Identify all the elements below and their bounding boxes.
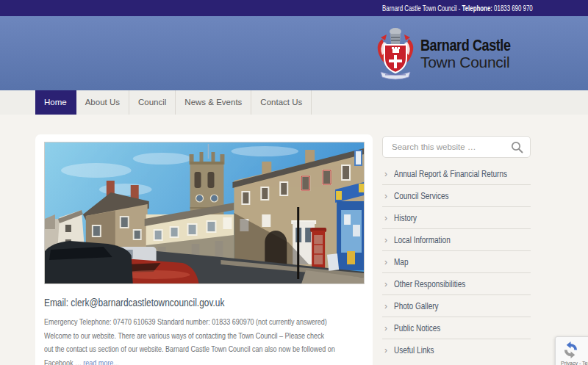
sidebar-menu-item[interactable]: › Council Services — [382, 185, 531, 207]
intro-line-text: Facebook … — [44, 358, 83, 365]
chevron-right-icon: › — [384, 324, 387, 333]
sidebar-menu-item[interactable]: › Photo Gallery — [382, 295, 531, 317]
recaptcha-privacy-terms: Privacy - Terms — [561, 361, 588, 365]
chevron-right-icon: › — [384, 170, 387, 178]
search-box — [382, 136, 531, 158]
sidebar-menu-item[interactable]: › Map — [382, 251, 531, 273]
street-photo-illustration — [45, 142, 364, 283]
intro-line: Emergency Telephone: 07470 610639 Standa… — [44, 315, 293, 329]
chevron-right-icon: › — [384, 258, 387, 267]
sidebar-item-label: Public Notices — [394, 323, 440, 333]
sidebar-menu-item[interactable]: › Local Information — [382, 229, 531, 251]
sidebar-item-label: Annual Report & Financial Returns — [394, 169, 507, 179]
intro-line: Facebook … read more... — [44, 356, 293, 365]
content-card: Email: clerk@barnardcastletowncouncil.go… — [35, 134, 373, 365]
chevron-right-icon: › — [384, 192, 387, 200]
sidebar-menu-item[interactable]: › Annual Report & Financial Returns — [382, 163, 531, 185]
site-title-line1: Barnard Castle — [420, 37, 511, 54]
email-heading: Email: clerk@barnardcastletowncouncil.go… — [44, 297, 316, 308]
nav-tab-label: About Us — [85, 98, 120, 106]
topbar-phone-label: Telephone: — [462, 4, 492, 12]
intro-line: out the contact us section of our websit… — [44, 342, 293, 356]
nav-tab[interactable]: Home — [35, 90, 76, 115]
site-header: Barnard Castle Town Council — [0, 16, 588, 90]
sidebar-menu-item[interactable]: › History — [382, 207, 531, 229]
coat-of-arms-logo — [375, 25, 416, 82]
chevron-right-icon: › — [384, 214, 387, 223]
sidebar-item-label: Photo Gallery — [394, 301, 439, 311]
sidebar-menu-item[interactable]: › Other Responsibilities — [382, 273, 531, 295]
site-title: Barnard Castle Town Council — [420, 37, 531, 71]
sidebar-menu-item[interactable]: › Public Notices — [382, 317, 531, 339]
topbar-text: Barnard Castle Town Council - Telephone:… — [382, 4, 533, 12]
chevron-right-icon: › — [384, 346, 387, 355]
nav-tab-label: Contact Us — [260, 98, 302, 106]
nav-tab-label: Council — [138, 98, 166, 106]
search-input[interactable] — [383, 137, 506, 157]
nav-tab[interactable]: About Us — [76, 90, 129, 115]
nav-tab[interactable]: Council — [129, 90, 176, 115]
topbar-phone-number: 01833 690 970 — [492, 4, 533, 12]
main-navigation: Home About Us Council News & Events Cont… — [0, 90, 588, 115]
sidebar-item-label: History — [394, 213, 417, 223]
sidebar-item-label: Map — [394, 257, 408, 267]
topbar: Barnard Castle Town Council - Telephone:… — [0, 0, 588, 16]
sidebar-menu: › Annual Report & Financial Returns › Co… — [382, 163, 531, 361]
nav-tab[interactable]: News & Events — [176, 90, 251, 115]
sidebar-item-label: Other Responsibilities — [394, 279, 465, 289]
nav-tab-label: Home — [44, 98, 67, 106]
sidebar-item-label: Useful Links — [394, 345, 434, 355]
recaptcha-badge[interactable]: Privacy - Terms — [555, 336, 588, 365]
street-photo — [44, 142, 365, 284]
sidebar-item-label: Council Services — [394, 191, 448, 201]
search-icon[interactable] — [511, 141, 523, 153]
chevron-right-icon: › — [384, 302, 387, 311]
site-brand[interactable]: Barnard Castle Town Council — [375, 25, 531, 82]
nav-tab-label: News & Events — [184, 98, 242, 106]
chevron-right-icon: › — [384, 280, 387, 289]
read-more-link[interactable]: read more... — [83, 358, 118, 365]
sidebar-item-label: Local Information — [394, 235, 451, 245]
topbar-site-name: Barnard Castle Town Council - — [382, 4, 462, 12]
site-title-line2: Town Council — [420, 54, 531, 71]
nav-tab[interactable]: Contact Us — [251, 90, 312, 115]
intro-line: Welcome to our website. There are variou… — [44, 329, 293, 343]
intro-paragraph: Emergency Telephone: 07470 610639 Standa… — [44, 315, 364, 365]
chevron-right-icon: › — [384, 236, 387, 245]
recaptcha-icon — [562, 341, 579, 358]
sidebar-menu-item[interactable]: › Useful Links — [382, 339, 531, 361]
topbar-contact-info: Barnard Castle Town Council - Telephone:… — [326, 0, 588, 16]
